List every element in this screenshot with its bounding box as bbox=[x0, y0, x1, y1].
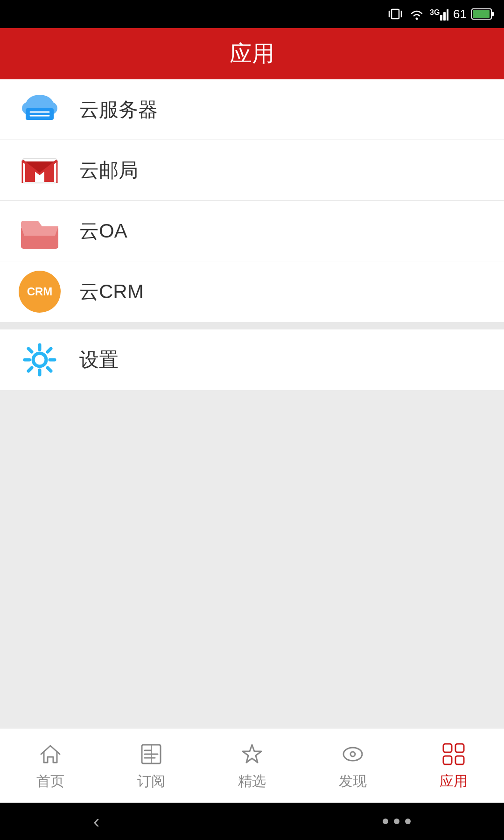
settings-section: 设置 bbox=[0, 329, 504, 390]
android-nav-bar: ‹ bbox=[0, 803, 504, 840]
nav-label-featured: 精选 bbox=[238, 772, 266, 791]
svg-rect-0 bbox=[392, 9, 399, 19]
nav-label-apps: 应用 bbox=[440, 772, 468, 791]
svg-rect-5 bbox=[440, 15, 442, 21]
status-icons: 3G 61 bbox=[387, 6, 495, 22]
cloud-mail-icon bbox=[19, 149, 61, 191]
svg-rect-6 bbox=[443, 12, 446, 21]
svg-rect-37 bbox=[455, 756, 464, 764]
svg-point-19 bbox=[33, 353, 46, 366]
settings-item[interactable]: 设置 bbox=[0, 329, 504, 390]
app-list-section: 云服务器 云邮局 bbox=[0, 79, 504, 322]
svg-text:3G: 3G bbox=[430, 8, 440, 16]
svg-point-3 bbox=[416, 18, 418, 20]
dot-3 bbox=[405, 819, 411, 824]
svg-rect-34 bbox=[443, 744, 452, 752]
app-header: 应用 bbox=[0, 28, 504, 79]
cloud-server-icon bbox=[19, 89, 61, 131]
settings-label: 设置 bbox=[79, 347, 119, 373]
back-button[interactable]: ‹ bbox=[93, 811, 99, 832]
app-item-cloud-crm[interactable]: CRM 云CRM bbox=[0, 261, 504, 322]
svg-rect-9 bbox=[473, 10, 490, 18]
nav-item-subscribe[interactable]: 订阅 bbox=[109, 740, 193, 791]
nav-item-discover[interactable]: 发现 bbox=[311, 740, 395, 791]
svg-line-27 bbox=[28, 368, 32, 371]
app-item-cloud-server[interactable]: 云服务器 bbox=[0, 79, 504, 140]
dot-1 bbox=[383, 819, 388, 824]
crm-badge: CRM bbox=[19, 271, 61, 313]
featured-icon bbox=[238, 740, 266, 768]
svg-rect-36 bbox=[443, 756, 452, 764]
svg-point-32 bbox=[343, 748, 362, 761]
nav-label-home: 首页 bbox=[36, 772, 64, 791]
app-item-cloud-oa[interactable]: 云OA bbox=[0, 201, 504, 261]
home-icon bbox=[36, 740, 64, 768]
cloud-crm-icon: CRM bbox=[19, 271, 61, 313]
signal-icon: 3G bbox=[430, 6, 448, 22]
menu-dots[interactable] bbox=[383, 819, 411, 824]
apps-icon bbox=[440, 740, 468, 768]
svg-rect-7 bbox=[447, 9, 448, 21]
cloud-oa-label: 云OA bbox=[79, 218, 127, 244]
settings-icon bbox=[19, 339, 61, 381]
nav-label-discover: 发现 bbox=[339, 772, 367, 791]
nav-label-subscribe: 订阅 bbox=[137, 772, 165, 791]
app-item-cloud-mail[interactable]: 云邮局 bbox=[0, 140, 504, 201]
svg-rect-35 bbox=[455, 744, 464, 752]
dot-2 bbox=[394, 819, 399, 824]
status-bar: 3G 61 bbox=[0, 0, 504, 28]
svg-rect-14 bbox=[26, 108, 54, 120]
svg-line-26 bbox=[48, 349, 51, 352]
page-title: 应用 bbox=[230, 39, 274, 69]
section-divider bbox=[0, 322, 504, 329]
discover-icon bbox=[339, 740, 367, 768]
battery-icon bbox=[471, 7, 495, 21]
cloud-mail-label: 云邮局 bbox=[79, 157, 138, 183]
bottom-nav: 首页 订阅 精选 bbox=[0, 728, 504, 803]
cloud-oa-icon bbox=[19, 210, 61, 252]
cloud-crm-label: 云CRM bbox=[79, 279, 144, 305]
gray-area bbox=[0, 390, 504, 728]
svg-point-33 bbox=[350, 752, 355, 756]
wifi-icon bbox=[408, 6, 425, 22]
nav-item-featured[interactable]: 精选 bbox=[210, 740, 294, 791]
cloud-server-label: 云服务器 bbox=[79, 97, 158, 123]
svg-line-25 bbox=[48, 368, 51, 371]
subscribe-icon bbox=[137, 740, 165, 768]
vibrate-icon bbox=[387, 6, 404, 22]
nav-item-apps[interactable]: 应用 bbox=[412, 740, 496, 791]
battery-level: 61 bbox=[453, 7, 467, 21]
nav-item-home[interactable]: 首页 bbox=[8, 740, 92, 791]
svg-rect-10 bbox=[492, 12, 494, 16]
svg-line-24 bbox=[28, 349, 32, 352]
